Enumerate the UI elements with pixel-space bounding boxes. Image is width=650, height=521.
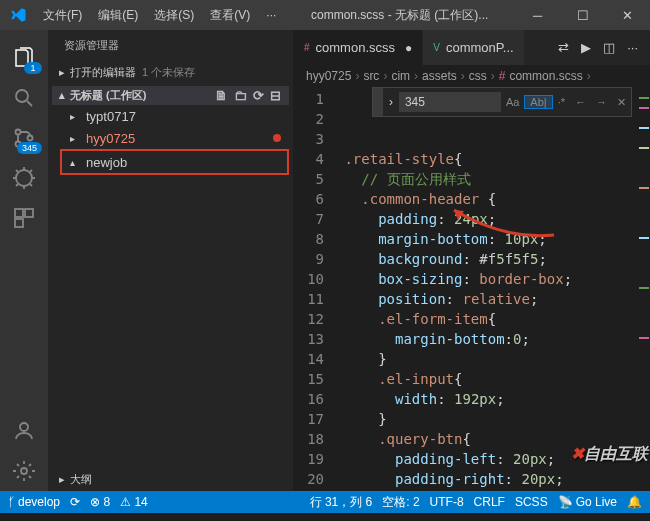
find-expand-icon[interactable]: › [383,95,399,109]
tree-item-hyy0725[interactable]: ▸ hyy0725 [62,127,289,149]
menu-more[interactable]: ··· [258,8,284,22]
compare-icon[interactable]: ⇄ [558,40,569,55]
tab-commonp[interactable]: V commonP... [423,30,524,65]
breadcrumb[interactable]: hyy0725› src› cim› assets› css› # common… [294,65,650,87]
debug-icon[interactable] [0,158,48,198]
svg-point-1 [16,130,21,135]
run-icon[interactable]: ▶ [581,40,591,55]
menu-view[interactable]: 查看(V) [202,7,258,24]
editor-content[interactable]: .retail-style{ // 页面公用样式 .common-header … [336,87,635,491]
svg-point-8 [20,423,28,431]
open-editors-section[interactable]: ▸ 打开的编辑器 1 个未保存 [52,63,289,82]
svg-point-3 [28,136,33,141]
notifications-icon[interactable]: 🔔 [627,495,642,509]
svg-point-9 [21,468,27,474]
find-input[interactable] [399,92,501,112]
source-control-icon[interactable]: 345 [0,118,48,158]
errors-button[interactable]: ⊗ 8 [90,495,110,509]
tree-item-newjob[interactable]: ▴ newjob [60,149,289,175]
cursor-position[interactable]: 行 31，列 6 [310,494,373,511]
find-close-icon[interactable]: ✕ [612,96,631,109]
branch-button[interactable]: ᚶ develop [8,495,60,509]
window-title: common.scss - 无标题 (工作区)... [284,7,515,24]
outline-section[interactable]: ▸ 大纲 [52,470,289,489]
golive-button[interactable]: 📡 Go Live [558,495,617,509]
line-numbers: 12345678910111213141516171819202122 [294,87,336,491]
split-icon[interactable]: ◫ [603,40,615,55]
minimize-button[interactable]: ─ [515,0,560,30]
new-folder-icon[interactable]: 🗀 [234,88,247,103]
refresh-icon[interactable]: ⟳ [253,88,264,103]
tab-common-scss[interactable]: # common.scss ● [294,30,423,65]
vscode-logo [0,6,35,24]
scss-icon: # [304,42,310,53]
dirty-indicator-icon[interactable]: ● [405,41,412,55]
menu-edit[interactable]: 编辑(E) [90,7,146,24]
modified-dot-icon [273,134,281,142]
scm-badge: 345 [17,142,42,154]
search-icon[interactable] [0,78,48,118]
svg-rect-5 [15,209,23,217]
unsaved-note: 1 个未保存 [142,65,195,80]
whole-word-icon[interactable]: Ab| [524,95,552,109]
more-icon[interactable]: ··· [627,40,638,55]
collapse-icon[interactable]: ⊟ [270,88,281,103]
indent-button[interactable]: 空格: 2 [382,494,419,511]
open-editors-label: 打开的编辑器 [70,65,136,80]
explorer-title: 资源管理器 [48,30,293,61]
find-resize-handle[interactable] [373,88,383,116]
workspace-label: 无标题 (工作区) [70,88,146,103]
find-prev-icon[interactable]: ← [570,96,591,108]
vue-icon: V [433,42,440,53]
sync-button[interactable]: ⟳ [70,495,80,509]
regex-icon[interactable]: ·* [553,96,570,108]
explorer-icon[interactable]: 1 [0,38,48,78]
svg-rect-6 [25,209,33,217]
close-button[interactable]: ✕ [605,0,650,30]
explorer-badge: 1 [24,62,42,74]
svg-point-0 [16,90,28,102]
language-button[interactable]: SCSS [515,495,548,509]
tree-item-typt0717[interactable]: ▸ typt0717 [62,105,289,127]
menu-select[interactable]: 选择(S) [146,7,202,24]
workspace-section[interactable]: ▴ 无标题 (工作区) 🗎 🗀 ⟳ ⊟ [52,86,289,105]
warnings-button[interactable]: ⚠ 14 [120,495,148,509]
outline-label: 大纲 [70,472,92,487]
minimap[interactable] [635,87,650,491]
extensions-icon[interactable] [0,198,48,238]
maximize-button[interactable]: ☐ [560,0,605,30]
gear-icon[interactable] [0,451,48,491]
find-widget[interactable]: › Aa Ab| ·* ← → ✕ [372,87,632,117]
eol-button[interactable]: CRLF [474,495,505,509]
match-case-icon[interactable]: Aa [501,96,524,108]
new-file-icon[interactable]: 🗎 [215,88,228,103]
find-next-icon[interactable]: → [591,96,612,108]
svg-rect-7 [15,219,23,227]
svg-point-4 [16,170,32,186]
account-icon[interactable] [0,411,48,451]
menu-file[interactable]: 文件(F) [35,7,90,24]
scss-icon: # [499,69,506,83]
encoding-button[interactable]: UTF-8 [430,495,464,509]
